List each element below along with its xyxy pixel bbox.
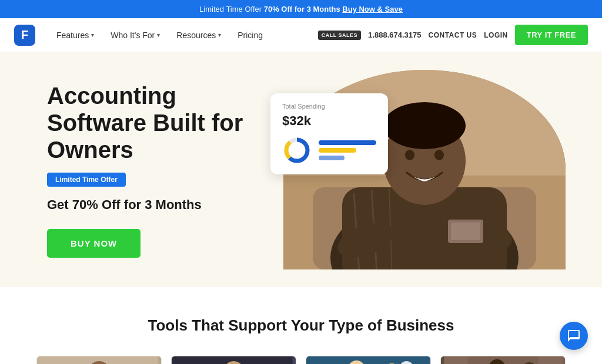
hero-image-area: Total Spending $32k [282, 76, 567, 264]
spending-amount: $32k [282, 113, 376, 129]
svg-point-14 [434, 150, 444, 160]
bar-2 [319, 148, 356, 153]
chat-button[interactable] [560, 322, 588, 350]
tools-section: Tools That Support Your Type of Business… [0, 287, 602, 364]
banner-text: Limited Time Offer 70% Off for 3 Months … [199, 5, 403, 14]
logo[interactable]: F [14, 25, 35, 46]
tool-image-contractors [441, 356, 565, 364]
nav-pricing[interactable]: Pricing [230, 26, 270, 45]
navigation: F Features ▾ Who It's For ▾ Resources ▾ … [0, 18, 602, 52]
nav-who-its-for[interactable]: Who It's For ▾ [103, 26, 167, 45]
banner-highlight: 70% Off for 3 Months [264, 5, 340, 14]
try-free-button[interactable]: TRY IT FREE [515, 25, 588, 45]
buy-now-button[interactable]: BUY NOW [47, 229, 141, 258]
svg-rect-19 [451, 223, 480, 240]
tool-image-freelancers [37, 356, 161, 364]
call-sales-badge: CALL SALES [318, 31, 361, 40]
nav-links: Features ▾ Who It's For ▾ Resources ▾ Pr… [49, 26, 318, 45]
hero-title: Accounting Software Built for Owners [47, 82, 282, 163]
nav-right: CALL SALES 1.888.674.3175 CONTACT US LOG… [318, 25, 588, 45]
spending-card: Total Spending $32k [270, 93, 388, 174]
tool-card-employees[interactable]: Businesses With Employees [306, 356, 431, 364]
nav-resources[interactable]: Resources ▾ [169, 26, 228, 45]
chat-icon [567, 329, 581, 343]
svg-point-15 [383, 102, 466, 149]
bar-1 [319, 140, 376, 145]
hero-subtitle: Get 70% Off for 3 Months [47, 197, 282, 213]
login-link[interactable]: LOGIN [484, 31, 508, 39]
svg-point-13 [405, 150, 414, 160]
bar-chart [319, 140, 376, 160]
nav-features[interactable]: Features ▾ [49, 26, 101, 45]
hero-content: Accounting Software Built for Owners Lim… [47, 82, 282, 258]
hero-section: Accounting Software Built for Owners Lim… [0, 52, 602, 287]
spending-label: Total Spending [282, 103, 376, 110]
tool-card-contractors[interactable]: Businesses With Contractors [440, 356, 566, 364]
chevron-down-icon: ▾ [91, 32, 94, 38]
donut-chart [282, 136, 312, 165]
spending-chart [282, 136, 376, 165]
svg-rect-53 [444, 356, 468, 364]
tool-card-freelancers[interactable]: Freelancers [36, 356, 162, 364]
top-banner: Limited Time Offer 70% Off for 3 Months … [0, 0, 602, 18]
svg-rect-54 [539, 356, 562, 364]
tool-image-self-employed [172, 356, 296, 364]
tools-grid: Freelancers Se [36, 356, 566, 364]
contact-us-link[interactable]: CONTACT US [428, 31, 477, 39]
svg-point-3 [291, 144, 303, 156]
tool-card-self-employed[interactable]: Self-Employed Professionals [171, 356, 296, 364]
phone-number[interactable]: 1.888.674.3175 [368, 31, 421, 39]
tool-image-employees [306, 356, 430, 364]
banner-link[interactable]: Buy Now & Save [342, 5, 403, 14]
limited-offer-badge: Limited Time Offer [47, 173, 126, 187]
chevron-down-icon: ▾ [157, 32, 160, 38]
tools-title: Tools That Support Your Type of Business [35, 316, 567, 335]
chevron-down-icon: ▾ [218, 32, 221, 38]
bar-3 [319, 156, 345, 160]
